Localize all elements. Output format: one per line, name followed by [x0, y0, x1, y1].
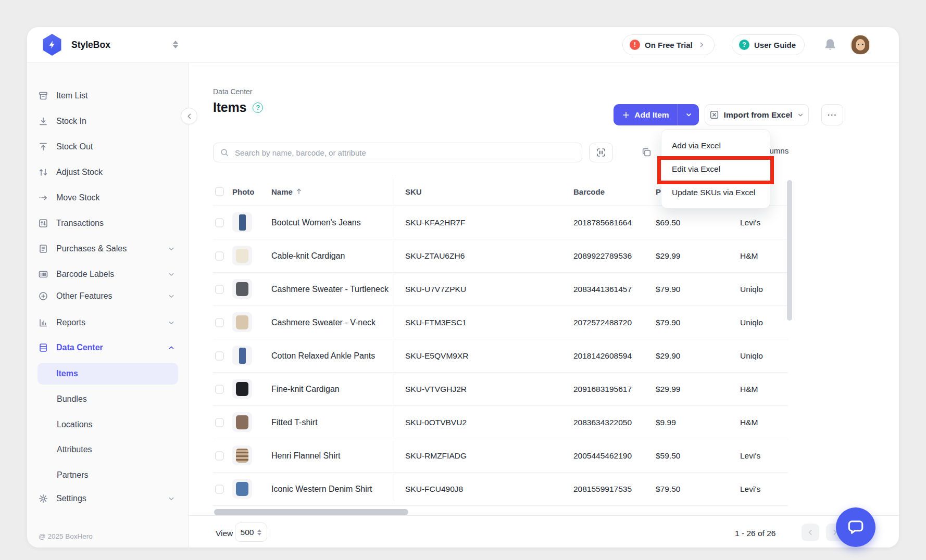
row-checkbox[interactable] — [215, 385, 224, 393]
sidebar-subitem-partners[interactable]: Partners — [27, 463, 189, 488]
chevron-down-icon — [167, 244, 176, 253]
sidebar-item-label: Item List — [56, 91, 176, 100]
select-updown-icon — [257, 529, 261, 536]
item-sku: SKU-FTM3ESC1 — [405, 318, 467, 327]
item-sku: SKU-0OTVBVU2 — [405, 418, 467, 427]
row-checkbox[interactable] — [215, 285, 224, 294]
chat-launcher-button[interactable] — [836, 507, 875, 547]
item-brand: Uniqlo — [740, 285, 763, 294]
vertical-scrollbar[interactable] — [787, 180, 792, 321]
barcode-scan-button[interactable] — [589, 143, 613, 162]
more-actions-button[interactable]: ⋯ — [821, 104, 843, 125]
sidebar-item-stock-out[interactable]: Stock Out — [27, 134, 189, 159]
top-bar: StyleBox ! On Free Trial ? User Guide — [27, 27, 899, 63]
row-checkbox[interactable] — [215, 318, 224, 327]
sidebar-item-stock-in[interactable]: Stock In — [27, 109, 189, 134]
item-photo — [232, 279, 252, 299]
sidebar-item-reports[interactable]: Reports — [27, 310, 189, 335]
sidebar-item-transactions[interactable]: Transactions — [27, 211, 189, 236]
app-window: StyleBox ! On Free Trial ? User Guide It… — [27, 27, 899, 548]
item-photo — [232, 479, 252, 499]
import-from-excel-button[interactable]: Import from Excel — [705, 104, 809, 125]
row-checkbox[interactable] — [215, 351, 224, 360]
search-icon — [220, 148, 229, 157]
item-name: Fitted T-shirt — [271, 418, 318, 427]
purchases-sales-icon — [38, 244, 48, 254]
garment-thumbnail — [236, 315, 248, 329]
sidebar-item-item-list[interactable]: Item List — [27, 83, 189, 108]
add-item-dropdown-toggle[interactable] — [678, 104, 699, 125]
workspace-switcher-icon[interactable] — [173, 41, 178, 48]
sidebar-subitem-attributes[interactable]: Attributes — [27, 437, 189, 462]
item-brand: Levi's — [740, 485, 760, 494]
item-brand: H&M — [740, 251, 758, 261]
horizontal-scrollbar[interactable] — [214, 509, 408, 515]
item-photo — [232, 446, 252, 465]
chevron-left-icon — [806, 528, 815, 537]
user-guide-button[interactable]: ? User Guide — [732, 34, 805, 55]
menu-item-add-via-excel[interactable]: Add via Excel — [661, 134, 770, 157]
item-name: Fine-knit Cardigan — [271, 385, 340, 394]
row-checkbox[interactable] — [215, 251, 224, 260]
sidebar-item-label: Move Stock — [56, 193, 176, 202]
item-sku: SKU-E5QVM9XR — [405, 351, 468, 361]
notifications-bell-icon[interactable] — [823, 37, 837, 52]
menu-item-edit-via-excel[interactable]: Edit via Excel — [661, 157, 770, 181]
search-input[interactable] — [234, 148, 575, 158]
plus-icon — [622, 111, 630, 119]
sidebar-collapse-button[interactable] — [181, 108, 197, 124]
item-brand: Levi's — [740, 218, 760, 227]
sidebar-subitem-items[interactable]: Items — [37, 363, 178, 385]
row-checkbox[interactable] — [215, 218, 224, 227]
sidebar-item-move-stock[interactable]: Move Stock — [27, 185, 189, 210]
workspace-name: StyleBox — [71, 27, 110, 62]
sidebar-subitem-label: Locations — [57, 420, 93, 429]
garment-thumbnail — [239, 348, 246, 364]
export-copy-icon[interactable] — [641, 147, 652, 160]
excel-file-icon — [709, 110, 719, 120]
page-size-value: 500 — [241, 528, 254, 537]
transactions-icon — [38, 218, 48, 228]
previous-page-button[interactable] — [802, 524, 819, 541]
sidebar-subitem-bundles[interactable]: Bundles — [27, 387, 189, 412]
item-name: Bootcut Women's Jeans — [271, 218, 361, 227]
sidebar-item-label: Settings — [56, 494, 159, 503]
search-bar — [213, 143, 582, 162]
sidebar-item-barcode-labels[interactable]: Barcode Labels — [27, 262, 189, 287]
table-row: Fitted T-shirt SKU-0OTVBVU2 208363432205… — [213, 406, 788, 439]
add-item-label: Add Item — [634, 110, 669, 120]
free-trial-button[interactable]: ! On Free Trial — [622, 34, 715, 55]
garment-thumbnail — [236, 382, 248, 396]
select-all-checkbox[interactable] — [215, 187, 224, 196]
row-checkbox[interactable] — [215, 485, 224, 493]
column-header-sku: SKU — [405, 187, 422, 196]
menu-item-update-skus-via-excel[interactable]: Update SKUs via Excel — [661, 181, 770, 204]
chevron-down-icon — [797, 111, 804, 119]
help-icon[interactable]: ? — [253, 103, 263, 113]
sidebar-item-data-center[interactable]: Data Center — [27, 335, 189, 360]
sidebar-item-label: Stock In — [56, 117, 176, 126]
page-size-select[interactable]: 500 — [235, 523, 267, 542]
sidebar-item-purchases-sales[interactable]: Purchases & Sales — [27, 236, 189, 261]
row-checkbox[interactable] — [215, 418, 224, 427]
item-barcode: 2018785681664 — [573, 218, 632, 227]
sidebar-item-label: Transactions — [56, 219, 176, 228]
free-trial-label: On Free Trial — [645, 41, 693, 49]
sidebar-subitem-label: Items — [56, 369, 78, 378]
sidebar-subitem-label: Partners — [57, 470, 88, 480]
copyright-footer: @ 2025 BoxHero — [39, 532, 93, 540]
chevron-up-icon — [167, 343, 176, 352]
chevron-down-icon — [167, 270, 176, 279]
user-avatar[interactable] — [850, 35, 870, 55]
row-checkbox[interactable] — [215, 451, 224, 460]
add-item-button[interactable]: Add Item — [614, 104, 699, 125]
sidebar-item-settings[interactable]: Settings — [27, 486, 189, 511]
item-price: $9.99 — [656, 418, 676, 427]
sidebar-subitem-locations[interactable]: Locations — [27, 412, 189, 437]
reports-icon — [38, 317, 48, 328]
item-barcode: 2018142608594 — [573, 351, 632, 361]
sidebar-item-other-features[interactable]: Other Features — [27, 284, 189, 309]
sidebar-item-adjust-stock[interactable]: Adjust Stock — [27, 160, 189, 185]
item-brand: H&M — [740, 418, 758, 427]
column-header-name[interactable]: Name — [271, 187, 303, 196]
